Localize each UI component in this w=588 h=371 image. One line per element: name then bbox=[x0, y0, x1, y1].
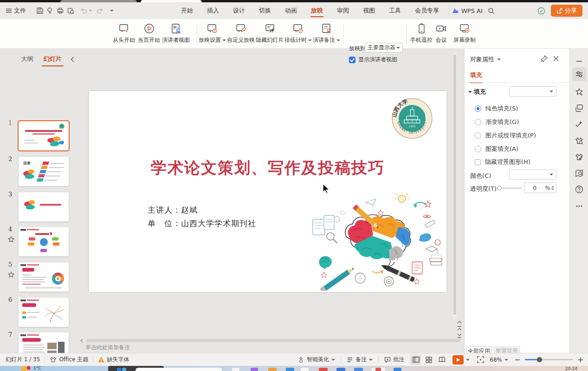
tab-insert[interactable]: 插入 bbox=[200, 2, 226, 19]
fill-option-pattern[interactable]: 图案填充(A) bbox=[475, 145, 518, 153]
redo-button[interactable] bbox=[95, 6, 105, 16]
fill-option-picture[interactable]: 图片或纹理填充(P) bbox=[475, 131, 536, 140]
display-select[interactable]: 主要显示器 bbox=[365, 43, 403, 52]
taskbar-app-icon[interactable] bbox=[268, 368, 277, 371]
beautify-tool-icon[interactable] bbox=[575, 153, 583, 161]
presenter-view-checkbox[interactable]: 显示演讲者视图 bbox=[349, 56, 397, 64]
tab-member[interactable]: 会员专享 bbox=[408, 2, 446, 19]
fill-option-solid[interactable]: 纯色填充(S) bbox=[475, 104, 518, 113]
custom-slideshow-button[interactable]: 自定义放映 bbox=[227, 23, 255, 44]
zoom-in-button[interactable] bbox=[578, 357, 583, 363]
scroll-up-icon[interactable] bbox=[457, 320, 462, 324]
quickbar-dropdown-icon[interactable] bbox=[110, 10, 114, 12]
slide-sorter-view-button[interactable] bbox=[424, 355, 434, 364]
fill-style-dropdown[interactable] bbox=[509, 86, 556, 97]
theme-button[interactable]: Office 主题 bbox=[50, 356, 88, 364]
slide-thumbnail-4[interactable] bbox=[19, 227, 69, 256]
tab-tools[interactable]: 工具 bbox=[382, 2, 408, 19]
hide-slide-button[interactable]: 隐藏幻灯片 bbox=[256, 23, 284, 44]
taskbar-app-icon[interactable] bbox=[286, 368, 294, 371]
normal-view-button[interactable] bbox=[411, 355, 421, 364]
taskbar-app-icon[interactable] bbox=[232, 368, 239, 371]
screen-record-button[interactable]: 屏幕录制 bbox=[453, 23, 476, 44]
animation-pane-icon[interactable] bbox=[575, 88, 583, 96]
tab-outline[interactable]: 大纲 bbox=[19, 55, 35, 63]
tab-slides[interactable]: 幻灯片 bbox=[42, 55, 64, 63]
fill-section-header[interactable]: 填充 bbox=[468, 88, 486, 96]
scroll-left-icon[interactable] bbox=[80, 338, 84, 343]
properties-tool-active-bg[interactable] bbox=[572, 67, 586, 81]
smart-tools-icon[interactable] bbox=[575, 120, 583, 129]
save-button[interactable] bbox=[35, 6, 45, 16]
reading-view-button[interactable] bbox=[437, 355, 447, 364]
taskbar-app-icon[interactable] bbox=[354, 368, 363, 371]
play-from-start-button[interactable]: 从头开始 bbox=[113, 23, 135, 44]
share-button[interactable]: 分享 bbox=[551, 5, 582, 17]
tab-slideshow[interactable]: 放映 bbox=[304, 2, 330, 19]
zoom-dropdown-icon[interactable] bbox=[504, 359, 508, 361]
print-preview-button[interactable] bbox=[65, 6, 76, 16]
hide-background-checkbox[interactable]: 隐藏背景图形(H) bbox=[475, 158, 530, 166]
tab-animation[interactable]: 动画 bbox=[278, 2, 304, 19]
taskbar-app-icon[interactable] bbox=[394, 368, 401, 371]
taskbar-app-icon[interactable] bbox=[122, 368, 126, 371]
spinner-buttons[interactable] bbox=[551, 186, 554, 190]
play-slideshow-button[interactable] bbox=[452, 355, 464, 364]
wps-ai-button[interactable]: WPS AI bbox=[452, 7, 483, 14]
zoom-value[interactable]: 68% bbox=[490, 357, 502, 363]
more-tools-icon[interactable] bbox=[575, 202, 583, 210]
missing-font-warning[interactable]: 缺失字体 bbox=[98, 356, 129, 364]
cloud-sync-status-icon[interactable] bbox=[536, 6, 546, 16]
search-icon[interactable] bbox=[486, 6, 497, 16]
help-icon[interactable] bbox=[575, 185, 583, 194]
collapse-strip-icon[interactable] bbox=[575, 57, 583, 65]
transparency-input[interactable]: 0 % bbox=[524, 182, 556, 193]
comments-button[interactable]: 批注 bbox=[384, 356, 404, 364]
slide-thumbnail-3[interactable] bbox=[19, 192, 69, 221]
speaker-notes-button[interactable]: 演讲备注 bbox=[313, 23, 340, 44]
taskbar-app-icon[interactable] bbox=[117, 368, 121, 371]
presenter-view-button[interactable]: 演讲者视图 bbox=[162, 23, 190, 44]
vertical-scrollbar[interactable] bbox=[453, 52, 457, 319]
play-from-current-button[interactable]: 当页开始 bbox=[138, 23, 160, 44]
tab-design[interactable]: 设计 bbox=[226, 2, 252, 19]
fill-option-gradient[interactable]: 渐变填充(G) bbox=[475, 118, 519, 126]
print-button[interactable] bbox=[55, 6, 65, 16]
slider-handle[interactable] bbox=[497, 186, 502, 190]
tab-home[interactable]: 开始 bbox=[174, 2, 200, 19]
taskbar-app-icon[interactable] bbox=[301, 368, 309, 371]
export-button[interactable] bbox=[45, 6, 55, 16]
undo-dropdown-icon[interactable] bbox=[89, 10, 92, 12]
pin-panel-icon[interactable] bbox=[541, 55, 548, 62]
meeting-button[interactable]: 会议 bbox=[435, 23, 447, 44]
taskbar-app-icon[interactable] bbox=[319, 368, 328, 371]
transparency-slider[interactable] bbox=[498, 188, 522, 189]
slide-org-line[interactable]: 单 位：山西大学学术期刊社 bbox=[148, 218, 256, 229]
previous-slide-button[interactable] bbox=[457, 326, 462, 331]
tab-review[interactable]: 审阅 bbox=[330, 2, 356, 19]
undo-button[interactable] bbox=[78, 6, 89, 16]
slide-canvas[interactable]: 山西大学 SHANXI UNIVERSITY 1902 学术论文策划、写作及投稿… bbox=[89, 91, 446, 292]
horizontal-scrollbar[interactable] bbox=[85, 338, 462, 343]
slide-thumbnail-1[interactable] bbox=[19, 121, 69, 150]
file-menu[interactable]: 文件 bbox=[6, 7, 26, 15]
taskbar-search[interactable] bbox=[136, 368, 222, 371]
slideshow-settings-button[interactable]: 放映设置 bbox=[199, 23, 226, 44]
tab-fill[interactable]: 填充 bbox=[470, 71, 482, 83]
smart-beautify-button[interactable]: 智能美化 bbox=[297, 356, 335, 364]
notes-input[interactable]: 单击此处添加备注 bbox=[83, 344, 464, 353]
design-theme-icon[interactable] bbox=[575, 137, 583, 145]
slide-thumbnail-2[interactable]: 目录 bbox=[19, 157, 69, 186]
slide-thumbnail-5[interactable] bbox=[19, 262, 69, 292]
tab-transition[interactable]: 切换 bbox=[252, 2, 278, 19]
phone-remote-button[interactable]: 手机遥控 bbox=[410, 23, 433, 44]
panel-title[interactable]: 对象属性 bbox=[470, 55, 501, 64]
taskbar-app-icon[interactable] bbox=[336, 368, 345, 371]
shape-format-icon[interactable] bbox=[575, 104, 583, 112]
rehearse-timing-button[interactable]: 排练计时 bbox=[284, 23, 312, 44]
next-slide-button[interactable] bbox=[457, 333, 462, 338]
resource-library-icon[interactable] bbox=[575, 169, 583, 177]
color-dropdown[interactable] bbox=[509, 169, 556, 180]
slide-title[interactable]: 学术论文策划、写作及投稿技巧 bbox=[89, 157, 446, 179]
taskbar-app-icon[interactable] bbox=[375, 368, 381, 371]
